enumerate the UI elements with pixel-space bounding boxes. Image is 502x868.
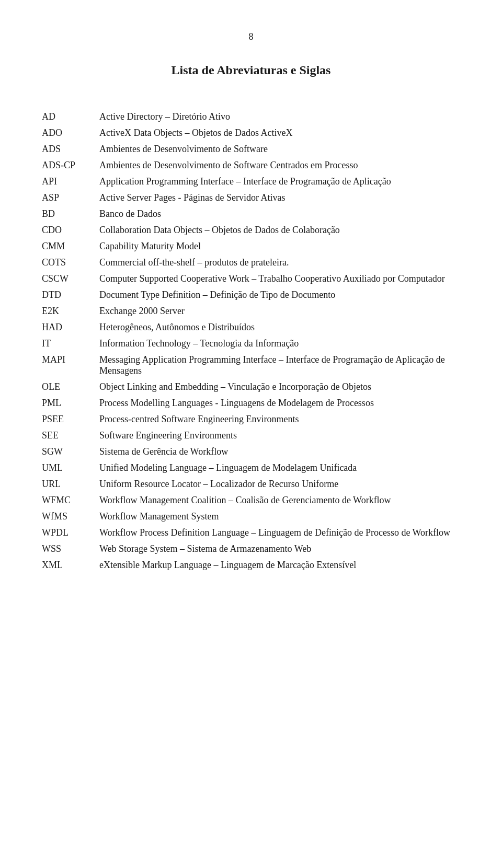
- definition: Sistema de Gerência de Workflow: [99, 444, 460, 460]
- abbreviation: ASP: [42, 190, 99, 206]
- list-item: WFMCWorkflow Management Coalition – Coal…: [42, 492, 460, 508]
- abbreviation: MAPI: [42, 352, 99, 379]
- abbreviation: ADO: [42, 125, 99, 141]
- definition: ActiveX Data Objects – Objetos de Dados …: [99, 125, 460, 141]
- definition: Object Linking and Embedding – Vinculaçã…: [99, 379, 460, 395]
- abbreviation: XML: [42, 557, 99, 573]
- definition: Computer Supported Cooperative Work – Tr…: [99, 271, 460, 287]
- definition: Uniform Resource Locator – Localizador d…: [99, 476, 460, 492]
- abbreviation: CMM: [42, 238, 99, 254]
- list-item: URLUniform Resource Locator – Localizado…: [42, 476, 460, 492]
- abbreviation: CSCW: [42, 271, 99, 287]
- definition: Document Type Definition – Definição de …: [99, 287, 460, 303]
- abbreviation: URL: [42, 476, 99, 492]
- definition: Application Programming Interface – Inte…: [99, 173, 460, 190]
- list-item: OLEObject Linking and Embedding – Vincul…: [42, 379, 460, 395]
- list-item: WfMSWorkflow Management System: [42, 508, 460, 525]
- definition: Banco de Dados: [99, 206, 460, 222]
- abbreviation: ADS: [42, 141, 99, 157]
- abbreviation: WFMC: [42, 492, 99, 508]
- list-item: MAPIMessaging Application Programming In…: [42, 352, 460, 379]
- abbreviation: PSEE: [42, 411, 99, 427]
- abbreviation: COTS: [42, 254, 99, 271]
- abbreviation: ADS-CP: [42, 157, 99, 173]
- definition: Unified Modeling Language – Linguagem de…: [99, 460, 460, 476]
- list-item: CSCWComputer Supported Cooperative Work …: [42, 271, 460, 287]
- abbreviations-table: ADActive Directory – Diretório AtivoADOA…: [42, 109, 460, 573]
- definition: Workflow Management Coalition – Coalisão…: [99, 492, 460, 508]
- definition: Information Technology – Tecnologia da I…: [99, 335, 460, 352]
- definition: Messaging Application Programming Interf…: [99, 352, 460, 379]
- definition: Ambientes de Desenvolvimento de Software…: [99, 157, 460, 173]
- list-item: ADSAmbientes de Desenvolvimento de Softw…: [42, 141, 460, 157]
- abbreviation: WPDL: [42, 525, 99, 541]
- definition: Heterogêneos, Autônomos e Distribuídos: [99, 319, 460, 335]
- definition: Software Engineering Environments: [99, 427, 460, 444]
- list-item: ASPActive Server Pages - Páginas de Serv…: [42, 190, 460, 206]
- abbreviation: IT: [42, 335, 99, 352]
- list-item: SGWSistema de Gerência de Workflow: [42, 444, 460, 460]
- list-item: PSEEProcess-centred Software Engineering…: [42, 411, 460, 427]
- abbreviation: PML: [42, 395, 99, 411]
- abbreviation: SEE: [42, 427, 99, 444]
- list-item: WPDLWorkflow Process Definition Language…: [42, 525, 460, 541]
- definition: Collaboration Data Objects – Objetos de …: [99, 222, 460, 238]
- list-item: XMLeXtensible Markup Language – Linguage…: [42, 557, 460, 573]
- abbreviation: DTD: [42, 287, 99, 303]
- list-item: APIApplication Programming Interface – I…: [42, 173, 460, 190]
- abbreviation: SGW: [42, 444, 99, 460]
- list-item: E2KExchange 2000 Server: [42, 303, 460, 319]
- list-item: ITInformation Technology – Tecnologia da…: [42, 335, 460, 352]
- abbreviation: E2K: [42, 303, 99, 319]
- list-item: ADS-CPAmbientes de Desenvolvimento de So…: [42, 157, 460, 173]
- list-item: PMLProcess Modelling Languages - Linguag…: [42, 395, 460, 411]
- definition: Process-centred Software Engineering Env…: [99, 411, 460, 427]
- definition: Ambientes de Desenvolvimento de Software: [99, 141, 460, 157]
- definition: Active Directory – Diretório Ativo: [99, 109, 460, 125]
- abbreviation: OLE: [42, 379, 99, 395]
- definition: Exchange 2000 Server: [99, 303, 460, 319]
- abbreviation: UML: [42, 460, 99, 476]
- abbreviation: API: [42, 173, 99, 190]
- list-item: CMMCapability Maturity Model: [42, 238, 460, 254]
- list-item: BDBanco de Dados: [42, 206, 460, 222]
- definition: Active Server Pages - Páginas de Servido…: [99, 190, 460, 206]
- definition: Process Modelling Languages - Linguagens…: [99, 395, 460, 411]
- definition: Commercial off-the-shelf – produtos de p…: [99, 254, 460, 271]
- list-item: ADActive Directory – Diretório Ativo: [42, 109, 460, 125]
- abbreviation: BD: [42, 206, 99, 222]
- page-number: 8: [42, 31, 460, 42]
- abbreviation: WSS: [42, 541, 99, 557]
- abbreviation: CDO: [42, 222, 99, 238]
- list-item: COTSCommercial off-the-shelf – produtos …: [42, 254, 460, 271]
- definition: Capability Maturity Model: [99, 238, 460, 254]
- definition: Workflow Process Definition Language – L…: [99, 525, 460, 541]
- list-item: HADHeterogêneos, Autônomos e Distribuído…: [42, 319, 460, 335]
- list-item: WSSWeb Storage System – Sistema de Armaz…: [42, 541, 460, 557]
- list-item: UMLUnified Modeling Language – Linguagem…: [42, 460, 460, 476]
- page-title: Lista de Abreviaturas e Siglas: [42, 63, 460, 77]
- list-item: SEESoftware Engineering Environments: [42, 427, 460, 444]
- abbreviation: HAD: [42, 319, 99, 335]
- definition: eXtensible Markup Language – Linguagem d…: [99, 557, 460, 573]
- list-item: CDOCollaboration Data Objects – Objetos …: [42, 222, 460, 238]
- definition: Web Storage System – Sistema de Armazena…: [99, 541, 460, 557]
- list-item: DTDDocument Type Definition – Definição …: [42, 287, 460, 303]
- definition: Workflow Management System: [99, 508, 460, 525]
- list-item: ADOActiveX Data Objects – Objetos de Dad…: [42, 125, 460, 141]
- abbreviation: WfMS: [42, 508, 99, 525]
- abbreviation: AD: [42, 109, 99, 125]
